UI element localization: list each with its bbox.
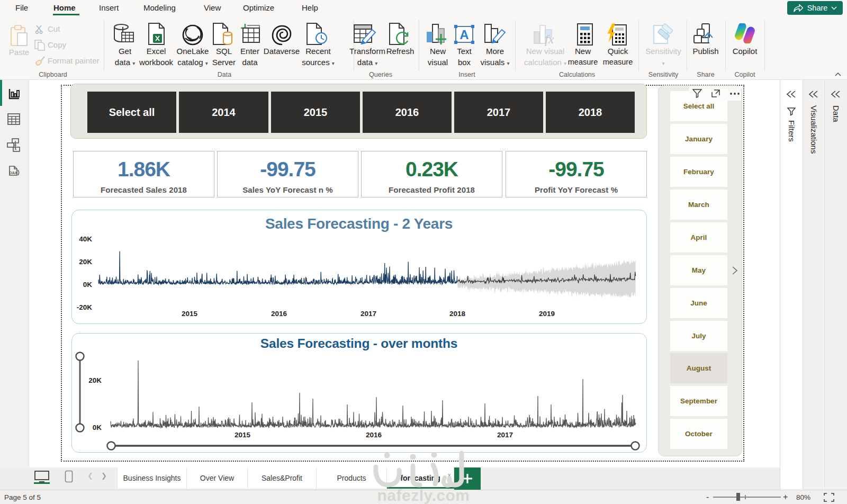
svg-text:DAX: DAX — [9, 170, 17, 175]
svg-text:2016: 2016 — [366, 431, 382, 439]
svg-text:2016: 2016 — [271, 310, 287, 318]
svg-text:2018: 2018 — [449, 310, 466, 318]
svg-text:2017: 2017 — [361, 310, 376, 318]
svg-text:-20K: -20K — [77, 303, 93, 311]
svg-text:2017: 2017 — [497, 431, 513, 439]
svg-text:fx: fx — [545, 32, 554, 46]
svg-text:40K: 40K — [79, 235, 92, 243]
svg-text:Sales Forecasting - over month: Sales Forecasting - over months — [260, 336, 457, 350]
svg-text:Sales Forecasting - 2 Years: Sales Forecasting - 2 Years — [265, 215, 453, 232]
svg-text:20K: 20K — [88, 376, 102, 384]
svg-text:20K: 20K — [79, 258, 92, 266]
svg-text:2015: 2015 — [182, 310, 198, 318]
svg-text:2019: 2019 — [539, 310, 555, 318]
svg-text:A: A — [459, 28, 468, 42]
svg-text:0K: 0K — [93, 424, 102, 431]
svg-text:2015: 2015 — [235, 431, 251, 439]
svg-text:0K: 0K — [83, 281, 93, 289]
